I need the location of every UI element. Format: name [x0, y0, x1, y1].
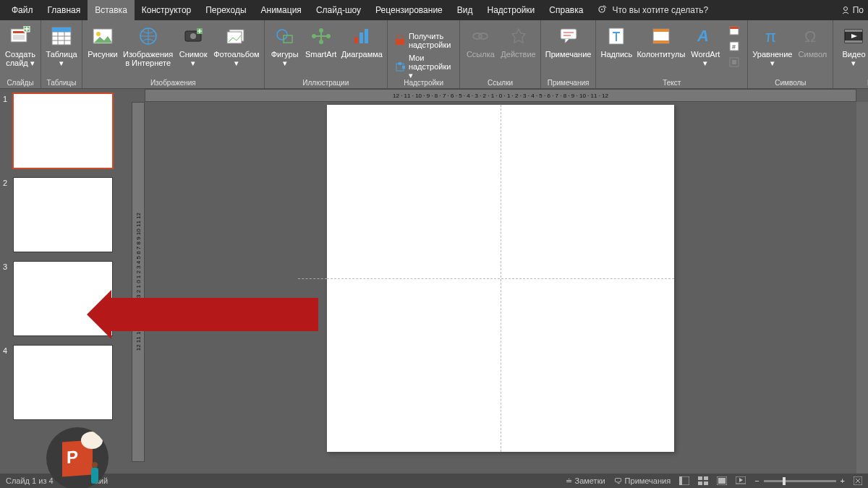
- view-reading-icon[interactable]: [717, 476, 727, 485]
- ribbon-smartart-button[interactable]: SmartArt: [305, 22, 337, 59]
- link-icon: [469, 25, 492, 48]
- ribbon-wordart-button[interactable]: AWordArt ▾: [689, 22, 721, 67]
- svg-point-2: [843, 7, 847, 11]
- zoom-slider[interactable]: [764, 480, 836, 482]
- textbox-icon: [605, 25, 628, 48]
- vertical-scrollbar[interactable]: [856, 102, 868, 474]
- comments-button[interactable]: 🗨 Примечания: [614, 476, 671, 485]
- svg-point-20: [326, 34, 331, 38]
- svg-rect-39: [730, 27, 739, 29]
- zoom-control[interactable]: − +: [754, 476, 845, 485]
- fit-to-window-icon[interactable]: [854, 476, 862, 485]
- ribbon-group-label: Символы: [775, 78, 806, 88]
- ribbon-store-button[interactable]: Получить надстройки: [392, 30, 455, 51]
- tab-переходы[interactable]: Переходы: [198, 0, 253, 20]
- ribbon-comment-button[interactable]: Примечание: [545, 22, 592, 59]
- ribbon-chart-button[interactable]: Диаграмма: [341, 22, 383, 59]
- svg-text:A: A: [697, 27, 709, 45]
- svg-rect-57: [698, 481, 702, 485]
- ribbon-group-иллюстрации: Фигуры ▾SmartArtДиаграммаИллюстрации: [265, 20, 388, 88]
- tab-вид[interactable]: Вид: [450, 0, 480, 20]
- slide-thumbnail-1[interactable]: 1: [3, 93, 120, 168]
- ribbon-link-button[interactable]: Ссылка: [464, 22, 496, 59]
- svg-rect-56: [704, 476, 708, 480]
- slide-edit-area: 12 · 11 · 10 · 9 · 8 · 7 · 6 · 5 · 4 · 3…: [123, 89, 868, 474]
- ribbon-date-time-button[interactable]: [726, 23, 743, 38]
- tell-me-search[interactable]: Что вы хотите сделать?: [597, 5, 708, 15]
- ribbon-equation-button[interactable]: πУравнение ▾: [752, 22, 792, 67]
- zoom-in-icon[interactable]: +: [841, 476, 845, 485]
- zoom-out-icon[interactable]: −: [754, 476, 759, 485]
- slide-thumbnail-2[interactable]: 2: [3, 177, 120, 252]
- slide-canvas[interactable]: [327, 105, 674, 452]
- ribbon-group-ссылки: СсылкаДействиеСсылки: [460, 20, 540, 88]
- tab-слайд-шоу[interactable]: Слайд-шоу: [309, 0, 368, 20]
- ribbon-video-button[interactable]: Видео ▾: [838, 22, 868, 67]
- view-slideshow-icon[interactable]: [736, 476, 746, 485]
- slide-counter: Слайд 1 из 4: [6, 476, 54, 485]
- svg-point-31: [479, 33, 488, 39]
- ribbon-header-footer-button[interactable]: Колонтитулы: [637, 22, 685, 59]
- svg-rect-26: [396, 39, 404, 45]
- svg-rect-35: [653, 29, 669, 32]
- ribbon-symbol-button[interactable]: ΩСимвол: [796, 22, 828, 59]
- account-button[interactable]: По: [841, 5, 864, 15]
- ribbon-addins-button[interactable]: Мои надстройки ▾: [392, 52, 455, 82]
- tab-анимация[interactable]: Анимация: [254, 0, 309, 20]
- menu-tabs: ФайлГлавнаяВставкаКонструкторПереходыАни…: [0, 0, 868, 20]
- svg-point-17: [277, 30, 287, 40]
- ribbon-action-button[interactable]: Действие: [501, 22, 535, 59]
- ribbon-photo-album-button[interactable]: Фотоальбом ▾: [213, 22, 260, 67]
- svg-rect-25: [365, 29, 368, 43]
- svg-rect-28: [399, 62, 401, 65]
- workspace: 1234 12 · 11 · 10 · 9 · 8 · 7 · 6 · 5 · …: [0, 89, 868, 474]
- svg-text:π: π: [765, 27, 776, 46]
- tab-файл[interactable]: Файл: [4, 0, 41, 20]
- svg-rect-8: [52, 27, 71, 32]
- ribbon-textbox-button[interactable]: Надпись: [600, 22, 632, 59]
- ribbon-group-символы: πУравнение ▾ΩСимволСимволы: [748, 20, 833, 88]
- svg-rect-48: [845, 40, 862, 43]
- ribbon-group-label: Таблицы: [47, 78, 77, 88]
- tab-справка[interactable]: Справка: [542, 0, 590, 20]
- ribbon-group-label: Надстройки: [404, 78, 443, 88]
- ribbon-slide-number-button[interactable]: #: [726, 39, 743, 53]
- slide-thumbnail-4[interactable]: 4: [3, 345, 120, 420]
- svg-rect-43: [732, 60, 736, 64]
- view-normal-icon[interactable]: [679, 476, 689, 485]
- tab-конструктор[interactable]: Конструктор: [135, 0, 198, 20]
- addins-icon: [395, 61, 405, 73]
- ribbon-screenshot-button[interactable]: Снимок ▾: [177, 22, 209, 67]
- tab-вставка[interactable]: Вставка: [88, 0, 135, 20]
- svg-rect-54: [679, 476, 682, 485]
- tab-надстройки[interactable]: Надстройки: [480, 0, 542, 20]
- wordart-icon: A: [694, 25, 717, 48]
- svg-rect-24: [359, 33, 363, 43]
- ribbon-pictures-button[interactable]: Рисунки: [87, 22, 119, 59]
- ribbon: Создать слайд ▾СлайдыТаблица ▾ТаблицыРис…: [0, 20, 868, 89]
- ribbon-table-button[interactable]: Таблица ▾: [46, 22, 77, 67]
- ribbon-online-pictures-button[interactable]: Изображения в Интернете: [123, 22, 173, 67]
- ribbon-object-button[interactable]: [726, 55, 743, 69]
- tab-главная[interactable]: Главная: [41, 0, 88, 20]
- photo-album-icon: [225, 25, 248, 48]
- svg-point-22: [319, 40, 323, 44]
- ribbon-group-слайды: Создать слайд ▾Слайды: [0, 20, 41, 88]
- slide-thumbnails-panel: 1234: [0, 89, 123, 474]
- svg-point-10: [96, 32, 101, 36]
- view-sorter-icon[interactable]: [698, 476, 708, 485]
- ribbon-group-label: Слайды: [7, 78, 33, 88]
- ribbon-new-slide-button[interactable]: Создать слайд ▾: [4, 22, 36, 67]
- notes-button[interactable]: ≐ Заметки: [566, 476, 605, 486]
- ribbon-group-label: Текст: [663, 78, 681, 88]
- ribbon-shapes-button[interactable]: Фигуры ▾: [269, 22, 301, 67]
- svg-text:Ω: Ω: [804, 27, 816, 46]
- tab-рецензирование[interactable]: Рецензирование: [368, 0, 450, 20]
- svg-point-1: [601, 9, 603, 10]
- online-pictures-icon: [137, 25, 160, 48]
- svg-text:#: #: [732, 43, 736, 51]
- ribbon-group-label: Изображения: [150, 78, 196, 88]
- svg-rect-29: [402, 66, 405, 69]
- new-slide-icon: [9, 25, 32, 48]
- smartart-icon: [310, 25, 333, 48]
